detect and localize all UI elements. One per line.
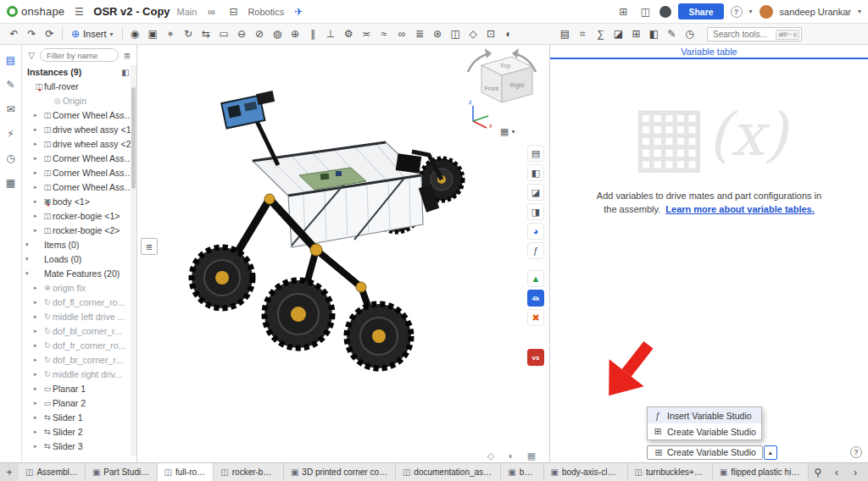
tree-item[interactable]: ▸ ◫ Corner Wheel Asse... bbox=[22, 180, 136, 194]
new-tab-button[interactable]: + bbox=[0, 463, 19, 481]
expand-icon[interactable]: ▸ bbox=[34, 328, 42, 334]
mirror-icon[interactable]: ◫ bbox=[447, 25, 465, 43]
expand-icon[interactable]: ▸ bbox=[34, 342, 42, 349]
feature-list-icon[interactable]: ▤ bbox=[3, 52, 19, 69]
planar-mate-icon[interactable]: ▭ bbox=[215, 25, 233, 43]
section-view-tool-icon[interactable]: ◪ bbox=[527, 184, 544, 201]
tree-item[interactable]: ▸ ↻ dof_bl_corner_r... bbox=[22, 323, 136, 338]
tables-icon[interactable]: ▦ bbox=[3, 174, 19, 191]
onshape-logo[interactable]: onshape bbox=[7, 5, 64, 18]
document-tab[interactable]: ▣ 3D printed corner covers bbox=[284, 463, 396, 481]
selection-list-toggle[interactable]: ≣ bbox=[141, 238, 158, 255]
simulation-app-icon[interactable]: vs bbox=[527, 349, 544, 366]
tree-item[interactable]: ▸ ↻ middle right driv... bbox=[22, 367, 136, 381]
belt-relation-icon[interactable]: ∞ bbox=[393, 25, 411, 43]
document-tab[interactable]: ◫ Assembly 1 bbox=[19, 463, 86, 481]
expand-icon[interactable]: ▸ bbox=[34, 443, 42, 450]
tree-item[interactable]: ▸ ◫ drive wheel assy <2> bbox=[22, 136, 136, 151]
next-tab-icon[interactable]: › bbox=[846, 463, 865, 481]
display-states-icon[interactable]: ◐ bbox=[500, 25, 518, 43]
update-icon[interactable]: ⟳ bbox=[41, 25, 58, 43]
tree-item[interactable]: ▸ ▭ Planar 1 bbox=[22, 381, 136, 395]
expand-icon[interactable]: ▸ bbox=[34, 112, 42, 119]
explode-icon[interactable]: ◇ bbox=[465, 25, 482, 43]
section-view-icon[interactable]: ◪ bbox=[609, 25, 627, 43]
expand-icon[interactable]: ▸ bbox=[34, 400, 42, 406]
search-tabs-icon[interactable]: ⚲ bbox=[809, 463, 827, 481]
group-icon[interactable]: ▣ bbox=[144, 25, 162, 43]
expand-icon[interactable]: ▸ bbox=[34, 285, 42, 291]
tree-item[interactable]: ▸ ↻ dof_fr_corner_ro... bbox=[22, 338, 136, 352]
tree-item[interactable]: ▸ ⊕ origin fix bbox=[22, 280, 136, 295]
main-menu-icon[interactable]: ☰ bbox=[71, 4, 86, 19]
expand-icon[interactable]: ▸ bbox=[34, 299, 42, 306]
expand-icon[interactable]: ▸ bbox=[34, 428, 42, 435]
expand-icon[interactable]: ▸ bbox=[34, 227, 42, 234]
mate-icon[interactable]: ◉ bbox=[126, 25, 144, 43]
comments-icon[interactable]: ✉ bbox=[3, 101, 19, 118]
parallel-relation-icon[interactable]: ∥ bbox=[304, 25, 322, 43]
appearance-panel-icon[interactable]: ◧ bbox=[645, 25, 663, 43]
publish-icon[interactable]: ✈ bbox=[291, 4, 306, 19]
undo-icon[interactable]: ↶ bbox=[5, 25, 23, 43]
bom-table-icon[interactable]: ▤ bbox=[556, 25, 574, 43]
gear-relation-icon[interactable]: ⚙ bbox=[340, 25, 358, 43]
document-tab[interactable]: ◫ documentation_assies bbox=[396, 463, 501, 481]
prev-tab-icon[interactable]: ‹ bbox=[827, 463, 846, 481]
org-avatar[interactable] bbox=[659, 6, 671, 18]
expand-icon[interactable]: ▸ bbox=[34, 126, 42, 133]
expand-icon[interactable]: ▾ bbox=[25, 256, 34, 263]
versions-icon[interactable]: ◷ bbox=[681, 25, 698, 43]
link-icon[interactable]: ∞ bbox=[203, 4, 219, 19]
expand-icon[interactable]: ▸ bbox=[34, 155, 42, 162]
tree-item[interactable]: ▾ Loads (0) bbox=[22, 252, 136, 266]
document-tab[interactable]: ◫ full-rover bbox=[158, 463, 214, 481]
display-options-icon[interactable]: ◨ bbox=[527, 203, 544, 220]
variable-table-tab[interactable]: Variable table bbox=[681, 47, 737, 57]
expand-icon[interactable]: ▾ bbox=[25, 241, 34, 248]
appearance-icon[interactable]: ◕ bbox=[527, 223, 544, 240]
cylindrical-mate-icon[interactable]: ⊖ bbox=[233, 25, 251, 43]
history-icon[interactable]: ◷ bbox=[3, 150, 19, 167]
tree-scrollbar[interactable] bbox=[131, 65, 136, 456]
create-variable-studio-button[interactable]: ⊞ Create Variable Studio bbox=[647, 445, 763, 460]
tree-item[interactable]: ▸ ⇆ Slider 1 bbox=[22, 410, 136, 424]
insert-variable-studio-item[interactable]: ƒ Insert Variable Studio bbox=[648, 407, 761, 423]
expand-icon[interactable]: ▾ bbox=[25, 270, 34, 277]
gdrive-app-icon[interactable]: ▲ bbox=[527, 270, 544, 287]
scrollbar-thumb[interactable] bbox=[131, 87, 136, 189]
rack-pinion-relation-icon[interactable]: ≍ bbox=[358, 25, 376, 43]
expand-icon[interactable]: ▸ bbox=[34, 414, 42, 421]
view-cube[interactable]: Top Front Right z x bbox=[461, 47, 542, 130]
learn-more-link[interactable]: Learn more about variable tables. bbox=[665, 204, 814, 214]
variable-studio-panel-icon[interactable]: ƒ bbox=[527, 242, 544, 259]
help-caret-icon[interactable]: ▾ bbox=[749, 8, 753, 15]
tree-item[interactable]: ▸ ⇆ Slider 3 bbox=[22, 439, 136, 453]
mate-connector-icon[interactable]: ⌖ bbox=[162, 25, 180, 43]
documents-icon[interactable]: ◫ bbox=[637, 4, 653, 19]
linear-pattern-icon[interactable]: ≣ bbox=[411, 25, 429, 43]
bom-panel-icon[interactable]: ▤ bbox=[527, 145, 544, 162]
collapse-all-icon[interactable]: ◧ bbox=[120, 68, 131, 77]
create-options-toggle[interactable]: ▴ bbox=[764, 445, 777, 460]
expand-icon[interactable]: ▸ bbox=[34, 357, 42, 363]
expand-icon[interactable]: ▸ bbox=[34, 198, 42, 205]
document-tab[interactable]: ▣ body-axis-clamp bbox=[544, 463, 628, 481]
project-name[interactable]: Robotics bbox=[248, 7, 284, 17]
expand-icon[interactable]: ▸ bbox=[34, 371, 42, 378]
snapshot-icon[interactable]: ⊡ bbox=[482, 25, 500, 43]
pin-slot-mate-icon[interactable]: ⊘ bbox=[251, 25, 269, 43]
document-tab[interactable]: ▣ flipped plastic hinge bbox=[713, 463, 809, 481]
tree-item[interactable]: ▸ ◫ Corner Wheel Asse... bbox=[22, 165, 136, 180]
tree-item[interactable]: ▸ ⇆ Slider 2 bbox=[22, 424, 136, 439]
redo-icon[interactable]: ↷ bbox=[23, 25, 41, 43]
tree-item[interactable]: ▸ ◫ rocker-bogie <1> bbox=[22, 208, 136, 223]
tree-item[interactable]: ▸ ◫ rocker-bogie <2> bbox=[22, 223, 136, 237]
tree-item[interactable]: ▸ ◫ Corner Wheel Asse... bbox=[22, 151, 136, 165]
view-cube-menu-caret-icon[interactable]: ▾ bbox=[511, 128, 515, 135]
expand-icon[interactable]: ▸ bbox=[34, 184, 42, 191]
circular-pattern-icon[interactable]: ⊛ bbox=[429, 25, 447, 43]
document-tab[interactable]: ◫ rocker-bogie bbox=[214, 463, 284, 481]
measure-icon[interactable]: ⌗ bbox=[574, 25, 592, 43]
user-avatar[interactable] bbox=[760, 5, 773, 19]
